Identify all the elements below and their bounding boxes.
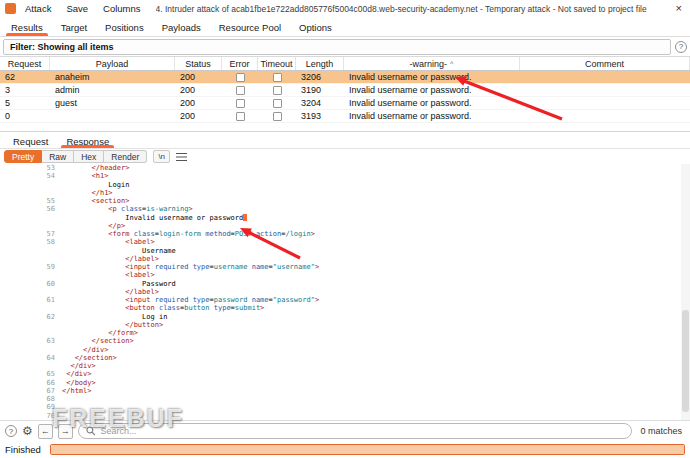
column-header-timeout[interactable]: Timeout [258, 57, 296, 70]
code-line: 62Log in [0, 313, 690, 321]
code-line-content: Login [62, 181, 129, 189]
tab-resource-pool[interactable]: Resource Pool [210, 17, 290, 36]
code-token: </label> [125, 255, 159, 263]
burp-app-icon [5, 3, 16, 14]
code-token: "username" [273, 263, 315, 271]
close-icon[interactable]: × [673, 3, 685, 14]
view-raw[interactable]: Raw [42, 150, 74, 163]
table-row[interactable]: 3admin2003190Invalid username or passwor… [0, 84, 690, 97]
message-tab-request[interactable]: Request [4, 132, 57, 148]
error-checkbox[interactable] [236, 99, 245, 108]
code-line-content: </label> [62, 255, 159, 263]
scrollbar-thumb[interactable] [682, 310, 689, 412]
column-header-error[interactable]: Error [222, 57, 258, 70]
column-header-payload[interactable]: Payload [50, 57, 175, 70]
line-number: 70 [0, 412, 62, 420]
filter-help-icon[interactable]: ? [675, 41, 687, 53]
table-row[interactable]: 62anaheim2003206Invalid username or pass… [0, 71, 690, 84]
menu-attack[interactable]: Attack [25, 3, 51, 14]
timeout-checkbox[interactable] [273, 112, 282, 121]
tab-target[interactable]: Target [52, 17, 96, 36]
next-match-button[interactable]: → [58, 424, 73, 439]
line-number: 56 [0, 205, 62, 213]
code-token: <h1> [92, 172, 109, 180]
code-line: 61<input required type=password name="pa… [0, 296, 690, 304]
code-token: > [315, 296, 319, 304]
code-token: > [260, 304, 264, 312]
error-checkbox[interactable] [236, 112, 245, 121]
prev-match-button[interactable]: ← [38, 424, 53, 439]
code-line: </label> [0, 288, 690, 296]
code-token: </form> [108, 329, 138, 337]
line-number: 68 [0, 395, 62, 403]
error-checkbox[interactable] [236, 73, 245, 82]
column-header-label: Comment [585, 59, 624, 69]
column-header-label: Status [185, 59, 211, 69]
code-line-content: <label> [62, 238, 155, 246]
search-input[interactable] [101, 426, 625, 436]
error-checkbox[interactable] [236, 86, 245, 95]
line-number: 60 [0, 280, 62, 288]
message-tab-response[interactable]: Response [57, 132, 118, 148]
column-header-request[interactable]: Request [0, 57, 50, 70]
menu-columns[interactable]: Columns [103, 3, 141, 14]
code-line: 57<form class=login-form method=POST act… [0, 230, 690, 238]
timeout-checkbox[interactable] [273, 73, 282, 82]
cell-payload: admin [50, 84, 175, 96]
header-row: RequestPayloadStatusErrorTimeoutLength-w… [0, 57, 690, 71]
code-line: </form> [0, 329, 690, 337]
cell-request: 5 [0, 97, 50, 109]
code-token: username [214, 263, 248, 271]
search-help-icon[interactable]: ? [5, 425, 17, 437]
column-header-status[interactable]: Status [175, 57, 222, 70]
editor-scrollbar[interactable] [681, 164, 690, 420]
line-number: 67 [0, 387, 62, 395]
tab-payloads[interactable]: Payloads [153, 17, 210, 36]
magnifier-icon [86, 426, 96, 436]
cell-error [222, 97, 258, 109]
code-token: class [134, 230, 155, 238]
line-number: 57 [0, 230, 62, 238]
column-header--warning-[interactable]: -warning-^ [344, 57, 520, 70]
column-header-label: Length [306, 59, 334, 69]
code-line-content: </p> [62, 222, 125, 230]
tab-results[interactable]: Results [2, 17, 52, 36]
timeout-checkbox[interactable] [273, 99, 282, 108]
line-number: 53 [0, 164, 62, 172]
table-row[interactable]: 02003193Invalid username or password. [0, 110, 690, 123]
code-token: > [315, 263, 319, 271]
timeout-checkbox[interactable] [273, 86, 282, 95]
code-token: login-form [159, 230, 201, 238]
line-number: 66 [0, 379, 62, 387]
code-line-content: </div> [62, 370, 92, 378]
code-line: </p> [0, 222, 690, 230]
code-token: /login [285, 230, 310, 238]
cell-status: 200 [175, 84, 222, 96]
menu-save[interactable]: Save [66, 3, 88, 14]
cell-status: 200 [175, 71, 222, 83]
column-header-comment[interactable]: Comment [520, 57, 690, 70]
filter-bar[interactable]: Filter: Showing all items [3, 39, 671, 55]
code-line-content: <section> [62, 197, 129, 205]
code-line: </label> [0, 255, 690, 263]
cell-timeout [258, 71, 296, 83]
column-header-length[interactable]: Length [296, 57, 344, 70]
tab-options[interactable]: Options [290, 17, 341, 36]
gear-icon[interactable]: ⚙ [22, 425, 33, 437]
response-editor[interactable]: 53</header>54<h1>Login</h1>55<section>56… [0, 164, 690, 420]
hamburger-icon[interactable] [176, 153, 187, 155]
tab-positions[interactable]: Positions [96, 17, 153, 36]
code-line-content: Log in [62, 313, 167, 321]
view-hex[interactable]: Hex [74, 150, 104, 163]
code-token: <p [108, 205, 121, 213]
code-line-content: <input required type=username name="user… [62, 263, 319, 271]
line-number: 69 [0, 403, 62, 411]
newline-toggle[interactable]: \n [153, 150, 170, 163]
table-row[interactable]: 5guest2003204Invalid username or passwor… [0, 97, 690, 110]
cell-payload: guest [50, 97, 175, 109]
cell-comment [520, 110, 690, 122]
search-field[interactable] [78, 423, 633, 439]
code-line: 58<label> [0, 238, 690, 246]
view-pretty[interactable]: Pretty [4, 150, 42, 163]
view-render[interactable]: Render [104, 150, 147, 163]
